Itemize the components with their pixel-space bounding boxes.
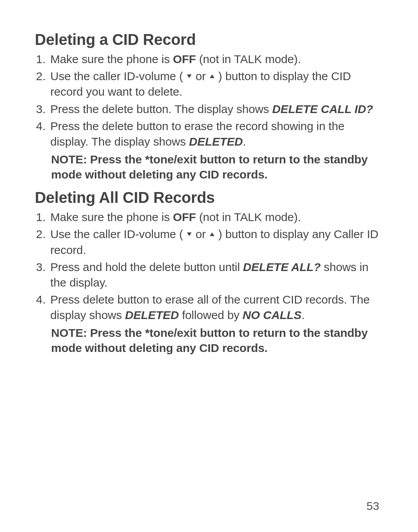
up-triangle-icon — [209, 74, 215, 79]
down-triangle-icon — [187, 74, 192, 79]
display-text: NO CALLS — [243, 309, 302, 321]
step-text: . — [243, 135, 246, 148]
step-text: Press the delete button. The display sho… — [50, 103, 272, 115]
manual-page: Deleting a CID Record Make sure the phon… — [0, 0, 418, 532]
step-text: Use the caller ID-volume ( — [50, 228, 183, 240]
step-text: (not in TALK mode). — [196, 53, 301, 65]
heading-delete-cid-record: Deleting a CID Record — [35, 31, 383, 48]
step-text: Make sure the phone is — [50, 53, 173, 65]
list-item: Press the delete button. The display sho… — [49, 101, 383, 117]
svg-marker-1 — [210, 74, 214, 78]
note-text: NOTE: Press the *tone/exit button to ret… — [51, 325, 383, 355]
list-item: Press delete button to erase all of the … — [49, 292, 383, 323]
heading-delete-all-cid-records: Deleting All CID Records — [35, 189, 383, 206]
step-text: Use the caller ID-volume ( — [50, 70, 183, 82]
list-item: Press the delete button to erase the rec… — [49, 118, 383, 149]
svg-marker-3 — [210, 233, 214, 237]
step-text: (not in TALK mode). — [196, 211, 301, 223]
step-text: Press and hold the delete button until — [50, 261, 243, 273]
svg-marker-0 — [187, 74, 192, 78]
display-text: DELETE CALL ID? — [272, 103, 373, 115]
page-number: 53 — [367, 499, 379, 513]
list-item: Use the caller ID-volume ( or ) button t… — [49, 69, 383, 100]
display-text: DELETED — [189, 135, 243, 148]
step-text: or — [192, 228, 209, 240]
list-item: Make sure the phone is OFF (not in TALK … — [49, 209, 383, 225]
step-text: followed by — [179, 309, 243, 321]
display-text: DELETE ALL? — [243, 261, 321, 273]
down-triangle-icon — [187, 232, 192, 237]
list-item: Make sure the phone is OFF (not in TALK … — [49, 51, 383, 67]
step-text: or — [192, 70, 209, 82]
steps-delete-all-cid-records: Make sure the phone is OFF (not in TALK … — [35, 209, 383, 323]
svg-marker-2 — [187, 233, 192, 237]
bold-off: OFF — [173, 53, 196, 65]
step-text: . — [302, 309, 305, 321]
display-text: DELETED — [125, 309, 179, 321]
note-text: NOTE: Press the *tone/exit button to ret… — [51, 152, 383, 182]
list-item: Press and hold the delete button until D… — [49, 259, 383, 290]
steps-delete-cid-record: Make sure the phone is OFF (not in TALK … — [35, 51, 383, 149]
up-triangle-icon — [209, 232, 215, 237]
bold-off: OFF — [173, 211, 196, 223]
list-item: Use the caller ID-volume ( or ) button t… — [49, 227, 383, 257]
step-text: Make sure the phone is — [50, 211, 173, 223]
